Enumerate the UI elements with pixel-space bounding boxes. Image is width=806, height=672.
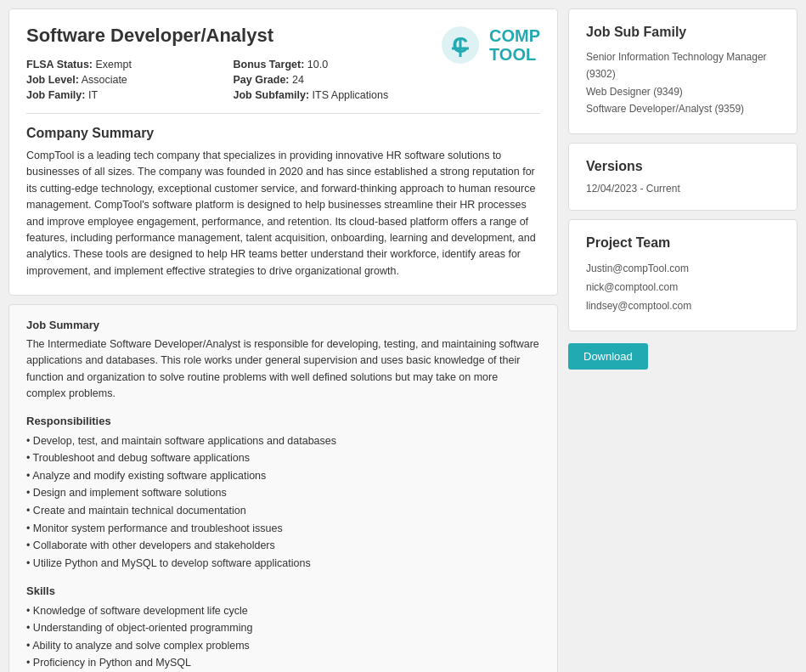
list-item: • Monitor system performance and trouble…	[26, 520, 540, 538]
team-email: lindsey@comptool.com	[586, 296, 780, 315]
list-item: • Create and maintain technical document…	[26, 502, 540, 520]
team-email: nick@comptool.com	[586, 278, 780, 296]
comptool-logo-text: COMP TOOL	[489, 26, 540, 64]
company-summary-text: CompTool is a leading tech company that …	[26, 148, 540, 280]
project-team-title: Project Team	[586, 235, 780, 251]
side-list-item: Software Developer/Analyst (9359)	[586, 100, 780, 117]
versions-title: Versions	[586, 159, 780, 174]
versions-card: Versions 12/04/2023 - Current	[568, 143, 798, 211]
job-family: Job Family: IT	[26, 89, 234, 101]
job-sub-family-card: Job Sub Family Senior Information Techno…	[568, 8, 798, 134]
job-sub-family-title: Job Sub Family	[586, 25, 780, 40]
list-item: • Ability to analyze and solve complex p…	[26, 637, 540, 655]
side-list-item: Web Designer (9349)	[586, 83, 780, 100]
job-level: Job Level: Associate	[26, 74, 234, 86]
list-item: • Analyze and modify existing software a…	[26, 467, 540, 485]
team-email: Justin@compTool.com	[586, 259, 780, 278]
flsa-status: FLSA Status: Exempt	[26, 59, 234, 71]
skills-title: Skills	[26, 584, 540, 597]
list-item: • Design and implement software solution…	[26, 484, 540, 502]
page-title: Software Developer/Analyst	[26, 25, 440, 47]
job-summary-title: Job Summary	[26, 319, 540, 331]
meta-left: FLSA Status: Exempt Job Level: Associate…	[26, 59, 234, 101]
logo-area: C COMP TOOL	[440, 25, 540, 65]
divider	[26, 113, 540, 114]
project-team-card: Project Team Justin@compTool.comnick@com…	[568, 219, 798, 332]
skills-list: • Knowledge of software development life…	[26, 602, 540, 673]
job-details-card: Job Summary The Intermediate Software De…	[8, 304, 558, 672]
list-item: • Proficiency in Python and MySQL	[26, 654, 540, 672]
company-summary-title: Company Summary	[26, 126, 540, 141]
header-card: Software Developer/Analyst FLSA Status: …	[8, 8, 558, 296]
list-item: • Develop, test, and maintain software a…	[26, 432, 540, 450]
job-sub-family-list: Senior Information Technology Manager (9…	[586, 48, 780, 118]
comptool-logo-icon: C	[440, 25, 481, 65]
side-list-item: Senior Information Technology Manager (9…	[586, 48, 780, 83]
responsibilities-list: • Develop, test, and maintain software a…	[26, 432, 540, 573]
job-summary-text: The Intermediate Software Developer/Anal…	[26, 336, 540, 403]
download-button[interactable]: Download	[568, 343, 648, 370]
version-current: 12/04/2023 - Current	[586, 183, 780, 195]
list-item: • Collaborate with other developers and …	[26, 537, 540, 555]
bonus-target: Bonus Target: 10.0	[234, 59, 441, 71]
project-team-emails: Justin@compTool.comnick@comptool.comlind…	[586, 259, 780, 316]
responsibilities-title: Responsibilities	[26, 415, 540, 427]
pay-grade: Pay Grade: 24	[234, 74, 441, 86]
list-item: • Utilize Python and MySQL to develop so…	[26, 555, 540, 573]
list-item: • Knowledge of software development life…	[26, 602, 540, 620]
list-item: • Troubleshoot and debug software applic…	[26, 449, 540, 467]
job-subfamily: Job Subfamily: ITS Applications	[234, 89, 441, 101]
list-item: • Understanding of object-oriented progr…	[26, 619, 540, 637]
meta-right: Bonus Target: 10.0 Pay Grade: 24 Job Sub…	[234, 59, 441, 101]
download-section: Download	[568, 340, 798, 373]
